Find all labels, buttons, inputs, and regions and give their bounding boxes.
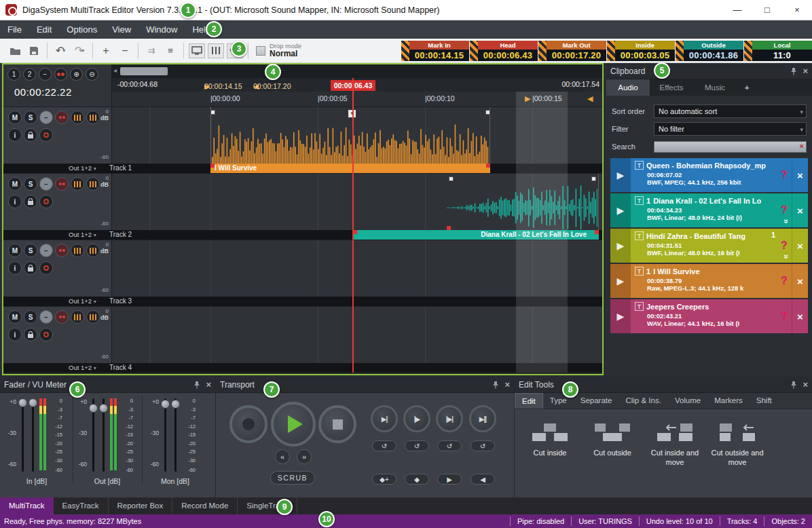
pin-icon[interactable] bbox=[790, 67, 797, 75]
play-over-cursor-button[interactable]: |▶| bbox=[436, 405, 463, 432]
save-button[interactable] bbox=[25, 42, 43, 60]
clipboard-item[interactable]: ▶ T 1 I Will Survive 00:00:38.79 Raw, MP… bbox=[610, 264, 808, 298]
audio-clip[interactable] bbox=[447, 174, 599, 231]
track-lane[interactable] bbox=[112, 306, 602, 363]
timeline-scrollbar[interactable] bbox=[120, 67, 168, 75]
info-button[interactable]: i bbox=[8, 128, 22, 142]
vu-meter-button[interactable] bbox=[71, 177, 84, 191]
fader-knob[interactable] bbox=[161, 400, 170, 409]
pin-icon[interactable] bbox=[790, 381, 797, 389]
zoom-out-button[interactable]: ⊖ bbox=[86, 68, 98, 81]
help-icon[interactable]: ? bbox=[777, 299, 792, 333]
solo-button[interactable]: S bbox=[24, 310, 37, 324]
remove-button[interactable]: × bbox=[792, 193, 808, 227]
search-input[interactable]: × bbox=[654, 141, 807, 153]
play-button[interactable]: ▶ bbox=[610, 264, 631, 298]
add-marker-button[interactable]: ◆+ bbox=[372, 474, 396, 485]
fader-knob[interactable] bbox=[18, 398, 27, 407]
record-arm-button[interactable] bbox=[55, 177, 69, 191]
prev-marker-button[interactable]: ◀ bbox=[470, 474, 495, 485]
playhead[interactable] bbox=[352, 78, 354, 373]
fader-knob[interactable] bbox=[99, 404, 108, 413]
vu-meter-button[interactable] bbox=[71, 310, 84, 324]
collapse-all-button[interactable]: − bbox=[39, 68, 52, 81]
pin-icon[interactable] bbox=[492, 381, 499, 389]
step-forward-button[interactable]: » bbox=[297, 449, 312, 464]
remove-button[interactable]: − bbox=[116, 42, 134, 60]
close-icon[interactable]: × bbox=[802, 379, 808, 390]
loop-button-2[interactable]: ↺ bbox=[405, 440, 429, 451]
scrub-button[interactable]: SCRUB bbox=[270, 471, 315, 485]
list-mode-button[interactable]: ≡ bbox=[162, 42, 179, 60]
view-2-button[interactable]: 2 bbox=[23, 68, 36, 81]
tab-record-mode[interactable]: Record Mode bbox=[172, 497, 238, 514]
tab-clip-ins[interactable]: Clip & Ins. bbox=[619, 393, 667, 409]
tab-multitrack[interactable]: MultiTrack bbox=[0, 497, 54, 514]
clear-search-icon[interactable]: × bbox=[800, 142, 804, 150]
tab-music[interactable]: Music bbox=[693, 79, 737, 96]
play-button[interactable]: ▶ bbox=[610, 229, 631, 263]
pin-icon[interactable] bbox=[193, 381, 200, 389]
loop-button-1[interactable]: ↺ bbox=[372, 440, 396, 451]
play-selection-button[interactable]: ▶|| bbox=[469, 405, 496, 432]
mixer-view-button[interactable] bbox=[208, 43, 224, 58]
record-indicator-button[interactable] bbox=[39, 261, 53, 275]
open-button[interactable] bbox=[6, 42, 24, 60]
tab-shift[interactable]: Shift bbox=[750, 393, 779, 409]
clipboard-item[interactable]: ▶ T Queen - Bohemian Rhapsody_mp 00:06:0… bbox=[610, 158, 808, 192]
solo-button[interactable]: S bbox=[24, 111, 37, 124]
play-to-cursor-button[interactable]: ▶| bbox=[371, 405, 398, 432]
track-lane[interactable]: ▾ bbox=[112, 107, 602, 164]
mute-button[interactable]: M bbox=[8, 177, 22, 191]
tab-separate[interactable]: Separate bbox=[574, 393, 619, 409]
clip-handle[interactable] bbox=[210, 110, 215, 115]
tab-volume[interactable]: Volume bbox=[668, 393, 707, 409]
fader-knob[interactable] bbox=[89, 404, 98, 413]
add-button[interactable]: + bbox=[97, 42, 115, 60]
remove-button[interactable]: × bbox=[792, 299, 808, 333]
close-button[interactable]: × bbox=[782, 0, 812, 20]
clipboard-item[interactable]: ▶ T Hindi Zahra - Beautiful Tang 1 00:04… bbox=[610, 229, 808, 263]
scroll-left-icon[interactable]: ◂ bbox=[113, 67, 117, 74]
collapse-button[interactable]: − bbox=[39, 111, 53, 124]
stop-button[interactable] bbox=[318, 405, 356, 443]
help-icon[interactable]: ? bbox=[777, 264, 792, 298]
clip-edge-handle[interactable] bbox=[486, 164, 490, 168]
tab-edit[interactable]: Edit bbox=[515, 393, 543, 409]
fader-knob[interactable] bbox=[171, 400, 180, 409]
lock-button[interactable] bbox=[24, 261, 37, 275]
undo-button[interactable]: ↶▾ bbox=[52, 42, 69, 60]
info-button[interactable]: i bbox=[8, 328, 22, 341]
monitor-view-button[interactable] bbox=[189, 43, 205, 58]
tab-easytrack[interactable]: EasyTrack bbox=[54, 497, 109, 514]
loop-button-4[interactable]: ↺ bbox=[470, 440, 495, 451]
cut-inside-button[interactable]: Cut inside bbox=[520, 415, 580, 491]
output-selector[interactable]: Out 1+2 ▾ bbox=[69, 297, 96, 305]
menu-file[interactable]: File bbox=[0, 20, 29, 39]
clip-handle[interactable] bbox=[449, 176, 454, 181]
cut-inside-move-button[interactable]: Cut inside and move bbox=[645, 415, 705, 491]
clip-handle[interactable] bbox=[485, 110, 490, 115]
zoom-in-button[interactable]: ⊕ bbox=[70, 68, 83, 81]
lock-button[interactable] bbox=[24, 328, 37, 341]
fader-slider[interactable] bbox=[160, 397, 170, 473]
play-from-cursor-button[interactable]: |▶ bbox=[403, 405, 430, 432]
menu-view[interactable]: View bbox=[105, 20, 139, 39]
close-icon[interactable]: × bbox=[802, 66, 808, 76]
menu-options[interactable]: Options bbox=[59, 20, 105, 39]
remove-button[interactable]: × bbox=[792, 229, 808, 263]
tab-markers[interactable]: Markers bbox=[707, 393, 750, 409]
clip-title-bar[interactable]: Diana Krall - 02 Let's Fall In Love bbox=[353, 230, 599, 240]
play-button[interactable]: ▶ bbox=[610, 193, 631, 227]
clip-title-bar[interactable]: I Will Survive bbox=[210, 164, 490, 173]
close-icon[interactable]: × bbox=[206, 379, 211, 390]
snap-mode-button[interactable]: ⇉ bbox=[143, 42, 160, 60]
clip-edge-handle[interactable] bbox=[210, 164, 215, 168]
record-ready-button[interactable] bbox=[54, 68, 67, 81]
cut-outside-button[interactable]: Cut outside bbox=[583, 415, 642, 491]
drop-mode-selector[interactable]: Drop mode Normal bbox=[256, 43, 301, 59]
clipboard-item[interactable]: ▶ T 1 Diana Krall - 02 Let's Fall In Lo … bbox=[610, 193, 808, 227]
expand-icon[interactable]: » bbox=[782, 219, 792, 224]
remove-button[interactable]: × bbox=[792, 264, 808, 298]
clip-handle[interactable] bbox=[591, 176, 596, 181]
